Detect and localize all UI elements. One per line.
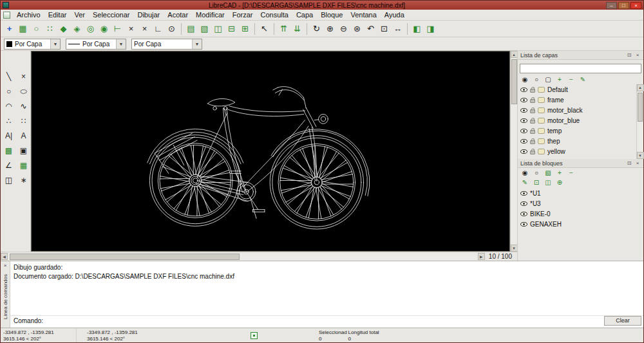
layer-visibility-eye-icon[interactable] <box>520 129 527 133</box>
layer-filter-input[interactable] <box>520 64 641 73</box>
open-file-icon[interactable]: ▧ <box>198 22 211 35</box>
layer-lock-icon[interactable] <box>530 89 535 93</box>
close-panel-icon[interactable]: × <box>634 160 641 166</box>
color-select[interactable]: Por Capa ▼ <box>4 39 61 50</box>
ellipse-tool-icon[interactable]: ⬭ <box>17 85 30 97</box>
command-input[interactable] <box>46 317 601 326</box>
snap-grid-icon[interactable]: ∷ <box>43 22 57 35</box>
chevron-down-icon[interactable]: ▼ <box>50 39 60 49</box>
save-file-icon[interactable]: ◫ <box>211 22 225 35</box>
add-layer-icon[interactable]: + <box>555 75 564 84</box>
snap-entity-icon[interactable]: ◈ <box>70 22 84 35</box>
spline-tool-icon[interactable]: ∿ <box>17 100 30 112</box>
block-visibility-eye-icon[interactable] <box>520 201 527 206</box>
scroll-left-icon[interactable]: ◀ <box>1 253 8 260</box>
crosshair-icon[interactable]: + <box>3 22 16 35</box>
construction-line-tool-icon[interactable]: × <box>17 70 30 82</box>
arc-tool-icon[interactable]: ◠ <box>2 100 15 112</box>
insert-block-tool-icon[interactable]: ◫ <box>2 174 15 186</box>
layer-lock-icon[interactable] <box>530 130 535 134</box>
remove-block-icon[interactable]: − <box>567 169 576 177</box>
block-visibility-eye-icon[interactable] <box>520 212 527 216</box>
layer-visibility-eye-icon[interactable] <box>520 98 527 102</box>
layer-lock-icon[interactable] <box>530 99 535 103</box>
layer-print-icon[interactable] <box>538 87 545 93</box>
explode-tool-icon[interactable]: ∗ <box>17 174 30 186</box>
layer-print-icon[interactable] <box>538 107 545 113</box>
block-row[interactable]: *U3 <box>518 198 643 209</box>
layer-list-scrollbar[interactable]: ▲ ▼ <box>636 84 643 160</box>
menu-item[interactable]: Seleccionar <box>89 10 133 19</box>
table-tool-icon[interactable]: ▦ <box>17 159 30 171</box>
layer-row[interactable]: yellow <box>518 147 636 157</box>
layer-row[interactable]: frame <box>518 95 636 106</box>
menu-item[interactable]: Forzar <box>229 10 257 19</box>
edit-block-icon[interactable]: ⊡ <box>532 178 541 187</box>
block-visibility-eye-icon[interactable] <box>520 191 527 196</box>
print-preview-icon[interactable]: ⊞ <box>238 22 252 35</box>
zoom-previous-icon[interactable]: ↶ <box>364 22 377 35</box>
hide-all-blocks-icon[interactable]: ○ <box>532 169 541 177</box>
hatch-tool-icon[interactable]: ▩ <box>2 144 15 156</box>
layer-row[interactable]: thep <box>518 136 636 147</box>
mtext-tool-icon[interactable]: A <box>17 129 30 142</box>
layer-row[interactable]: motor_black <box>518 106 636 116</box>
layer-visibility-eye-icon[interactable] <box>520 118 527 123</box>
linewidth-select[interactable]: Por Capa ▼ <box>131 39 202 50</box>
block-row[interactable]: BIKE-0 <box>518 209 643 219</box>
layer-lock-icon[interactable] <box>530 140 535 144</box>
zoom-out-icon[interactable]: ⊖ <box>337 22 350 35</box>
points-tool-icon[interactable]: ∷ <box>17 115 30 127</box>
text-tool-icon[interactable]: A| <box>2 129 15 142</box>
menu-item[interactable]: Ayuda <box>381 10 408 19</box>
lock-relative-zero-icon[interactable]: ⊙ <box>165 22 178 35</box>
layer-visibility-eye-icon[interactable] <box>520 149 527 154</box>
scroll-down-icon[interactable]: ▼ <box>637 152 644 159</box>
scroll-thumb[interactable] <box>638 93 643 122</box>
menu-item[interactable]: Modificar <box>192 10 229 19</box>
insert-block-icon[interactable]: ⊕ <box>555 178 564 187</box>
layer-visibility-eye-icon[interactable] <box>520 88 527 92</box>
layer-lock-icon[interactable] <box>530 120 535 124</box>
layer-row[interactable]: motor_blue <box>518 116 636 126</box>
show-all-blocks-icon[interactable]: ◉ <box>520 169 529 177</box>
dock-left-icon[interactable]: ◧ <box>410 22 424 35</box>
snap-indicator-icon[interactable] <box>251 332 258 339</box>
zoom-pan-icon[interactable]: ↔ <box>391 22 404 35</box>
scroll-thumb[interactable] <box>511 59 517 104</box>
canvas-horizontal-scrollbar[interactable]: ◀ ▶ 10 / 100 <box>1 252 517 261</box>
menu-item[interactable]: Editar <box>44 10 71 19</box>
create-block-icon[interactable]: ▧ <box>544 169 553 177</box>
scroll-thumb[interactable] <box>10 254 240 260</box>
menu-item[interactable]: Dibujar <box>133 10 164 19</box>
toggle-visibility-all-icon[interactable]: ◉ <box>520 75 529 84</box>
block-visibility-eye-icon[interactable] <box>520 222 527 227</box>
layer-row[interactable]: temp <box>518 126 636 136</box>
remove-layer-icon[interactable]: − <box>567 75 576 84</box>
clear-button[interactable]: Clear <box>604 316 641 326</box>
menu-item[interactable]: Bloque <box>317 10 346 19</box>
block-row[interactable]: GENAXEH <box>518 219 643 229</box>
line-tool-icon[interactable]: ╲ <box>2 70 15 82</box>
circle-tool-icon[interactable]: ○ <box>2 85 15 97</box>
zoom-window-icon[interactable]: ⊡ <box>377 22 391 35</box>
drawing-canvas[interactable] <box>31 51 510 252</box>
hide-all-layers-icon[interactable]: ○ <box>532 75 541 84</box>
snap-intersection-icon[interactable]: × <box>124 22 138 35</box>
snap-center-icon[interactable]: ◎ <box>84 22 97 35</box>
snap-free-icon[interactable]: ○ <box>30 22 43 35</box>
layer-print-icon[interactable] <box>538 128 545 134</box>
scroll-up-icon[interactable]: ▲ <box>511 51 518 58</box>
dock-right-icon[interactable]: ◨ <box>424 22 437 35</box>
float-panel-icon[interactable]: ⊡ <box>626 52 632 58</box>
float-panel-icon[interactable]: ⊡ <box>626 160 632 166</box>
draw-order-down-icon[interactable]: ⇊ <box>290 22 304 35</box>
zoom-auto-icon[interactable]: ⊛ <box>350 22 364 35</box>
draw-order-up-icon[interactable]: ⇈ <box>277 22 290 35</box>
layer-lock-icon[interactable] <box>530 109 535 113</box>
layer-row[interactable]: Default <box>518 85 636 95</box>
layer-lock-icon[interactable] <box>530 151 535 154</box>
scroll-up-icon[interactable]: ▲ <box>637 84 644 91</box>
chevron-down-icon[interactable]: ▼ <box>116 39 126 49</box>
block-row[interactable]: *U1 <box>518 188 643 198</box>
